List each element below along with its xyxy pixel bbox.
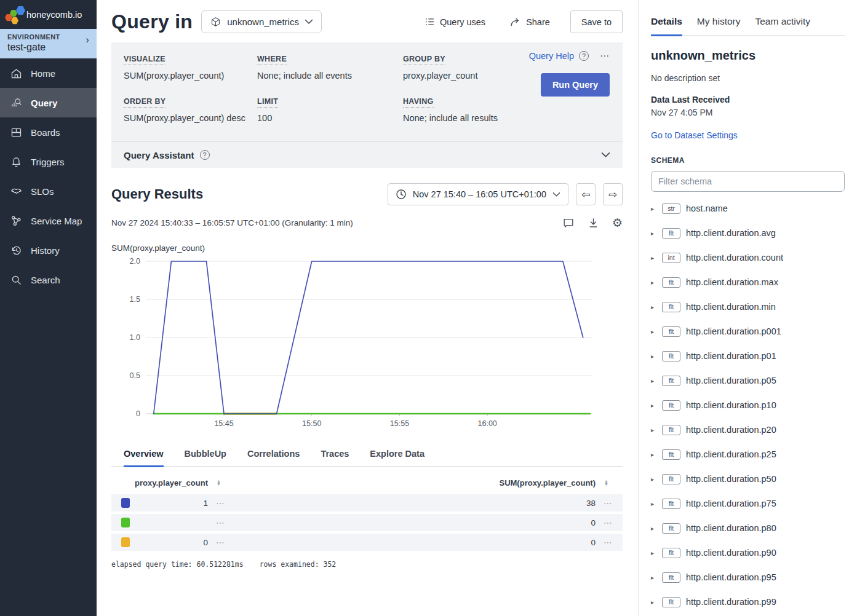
expander-triangle-icon[interactable]: ▸ <box>651 328 656 335</box>
sidebar-item-history[interactable]: History <box>0 235 97 265</box>
schema-row[interactable]: ▸inthttp.client.duration.count <box>651 245 845 270</box>
expander-triangle-icon[interactable]: ▸ <box>651 550 656 556</box>
having-value[interactable]: None; include all results <box>403 113 575 123</box>
field-type-badge: flt <box>662 597 680 607</box>
where-label[interactable]: WHERE <box>257 55 287 65</box>
sidebar-item-service-map[interactable]: Service Map <box>0 206 97 235</box>
sidebar-item-home[interactable]: Home <box>0 58 97 88</box>
schema-row[interactable]: ▸flthttp.client.duration.min <box>651 294 845 319</box>
dataset-dropdown[interactable]: unknown_metrics <box>201 10 322 33</box>
expander-triangle-icon[interactable]: ▸ <box>651 402 656 409</box>
page-title: Query in <box>111 10 193 33</box>
environment-switcher[interactable]: ENVIRONMENT test-gate › <box>0 29 97 58</box>
schema-row[interactable]: ▸flthttp.client.duration.p20 <box>651 417 845 442</box>
schema-row[interactable]: ▸flthttp.client.duration.p25 <box>651 442 845 467</box>
sidebar-item-boards[interactable]: Boards <box>0 117 97 147</box>
expander-triangle-icon[interactable]: ▸ <box>651 574 656 581</box>
visualize-label[interactable]: VISUALIZE <box>124 55 165 65</box>
sidebar-item-query[interactable]: Query <box>0 88 97 117</box>
sort-icon[interactable]: ▲▼ <box>208 480 235 486</box>
schema-row[interactable]: ▸flthttp.client.duration.max <box>651 270 845 294</box>
tab-correlations[interactable]: Correlations <box>247 443 300 467</box>
chart-settings-button[interactable]: ⚙ <box>612 217 623 229</box>
expander-triangle-icon[interactable]: ▸ <box>651 353 656 360</box>
query-uses-button[interactable]: Query uses <box>421 16 489 28</box>
limit-value[interactable]: 100 <box>257 113 403 123</box>
schema-row[interactable]: ▸flthttp.client.duration.p01 <box>651 344 845 368</box>
schema-row[interactable]: ▸flthttp.client.duration.p50 <box>651 467 845 491</box>
column-header-sum[interactable]: SUM(proxy.player_count) <box>235 478 596 488</box>
time-range-picker[interactable]: Nov 27 15:40 – 16:05 UTC+01:00 <box>388 183 568 205</box>
schema-row[interactable]: ▸flthttp.client.duration.p90 <box>651 540 845 565</box>
query-assistant-bar[interactable]: Query Assistant ? <box>111 141 623 168</box>
builder-field-where: WHERE None; include all events <box>257 53 403 81</box>
tab-team-activity[interactable]: Team activity <box>755 16 810 36</box>
builder-overflow-menu-icon[interactable]: ⋯ <box>600 50 610 61</box>
row-menu-icon[interactable]: ⋯ <box>596 518 623 527</box>
schema-row[interactable]: ▸flthttp.client.duration.p05 <box>651 368 845 393</box>
comment-button[interactable] <box>562 217 575 229</box>
schema-row[interactable]: ▸flthttp.client.duration.p001 <box>651 319 845 344</box>
schema-row[interactable]: ▸flthttp.client.duration.p75 <box>651 491 845 516</box>
chevron-down-icon[interactable] <box>601 149 610 160</box>
tab-traces[interactable]: Traces <box>321 443 349 467</box>
group-by-label[interactable]: GROUP BY <box>403 55 445 65</box>
schema-filter-input[interactable] <box>651 171 845 192</box>
expander-triangle-icon[interactable]: ▸ <box>651 205 656 212</box>
order-by-label[interactable]: ORDER BY <box>124 97 165 108</box>
expander-triangle-icon[interactable]: ▸ <box>651 255 656 261</box>
download-button[interactable] <box>588 217 599 229</box>
expander-triangle-icon[interactable]: ▸ <box>651 304 656 310</box>
expander-triangle-icon[interactable]: ▸ <box>651 451 656 458</box>
schema-row[interactable]: ▸flthttp.client.duration.avg <box>651 221 845 245</box>
schema-row[interactable]: ▸flthttp.client.duration.p99 <box>651 590 845 614</box>
question-circle-icon[interactable]: ? <box>579 51 589 61</box>
field-type-badge: flt <box>662 376 680 386</box>
having-label[interactable]: HAVING <box>403 97 434 108</box>
schema-row[interactable]: ▸flthttp.client.duration.p10 <box>651 393 845 417</box>
tab-my-history[interactable]: My history <box>697 16 741 36</box>
expander-triangle-icon[interactable]: ▸ <box>651 377 656 384</box>
run-query-button[interactable]: Run Query <box>541 73 610 97</box>
query-help-link[interactable]: Query Help <box>529 51 574 61</box>
expander-triangle-icon[interactable]: ▸ <box>651 500 656 507</box>
schema-row[interactable]: ▸flthttp.client.duration.p80 <box>651 516 845 540</box>
table-row[interactable]: 0 ⋯ 0 ⋯ <box>111 534 623 551</box>
dataset-settings-link[interactable]: Go to Dataset Settings <box>651 130 738 140</box>
column-header-player-count[interactable]: proxy.player_count <box>121 478 208 488</box>
expander-triangle-icon[interactable]: ▸ <box>651 476 656 483</box>
table-row[interactable]: ⋯ 0 ⋯ <box>111 514 623 531</box>
expander-triangle-icon[interactable]: ▸ <box>651 599 656 606</box>
schema-field-name: http.client.duration.p10 <box>686 400 776 410</box>
row-menu-icon[interactable]: ⋯ <box>596 498 623 508</box>
row-menu-icon[interactable]: ⋯ <box>208 537 235 547</box>
time-back-button[interactable]: ⇦ <box>576 183 596 205</box>
visualize-value[interactable]: SUM(proxy.player_count) <box>124 71 257 81</box>
row-menu-icon[interactable]: ⋯ <box>596 537 623 547</box>
expander-triangle-icon[interactable]: ▸ <box>651 427 656 433</box>
order-by-value[interactable]: SUM(proxy.player_count) desc <box>124 113 257 123</box>
share-button[interactable]: Share <box>506 16 554 28</box>
y-axis-tick-label: 1.5 <box>130 295 140 304</box>
where-value[interactable]: None; include all events <box>257 71 403 81</box>
row-menu-icon[interactable]: ⋯ <box>208 498 235 508</box>
time-forward-button[interactable]: ⇨ <box>603 183 623 205</box>
tab-explore-data[interactable]: Explore Data <box>370 443 425 467</box>
expander-triangle-icon[interactable]: ▸ <box>651 279 656 286</box>
expander-triangle-icon[interactable]: ▸ <box>651 525 656 532</box>
limit-label[interactable]: LIMIT <box>257 97 278 108</box>
tab-overview[interactable]: Overview <box>124 443 164 467</box>
sidebar-item-triggers[interactable]: Triggers <box>0 147 97 176</box>
save-to-button[interactable]: Save to <box>570 10 623 33</box>
sidebar-item-slos[interactable]: SLOs <box>0 176 97 206</box>
tab-details[interactable]: Details <box>651 16 682 36</box>
sort-icon[interactable]: ▲▼ <box>596 480 623 486</box>
schema-row[interactable]: ▸flthttp.client.duration.p95 <box>651 565 845 590</box>
results-chart[interactable]: 00.51.01.52.015:4515:5015:5516:00 <box>111 255 623 433</box>
tab-bubbleup[interactable]: BubbleUp <box>185 443 226 467</box>
sidebar-item-search[interactable]: Search <box>0 265 97 294</box>
schema-row[interactable]: ▸strhost.name <box>651 196 845 221</box>
expander-triangle-icon[interactable]: ▸ <box>651 230 656 237</box>
table-row[interactable]: 1 ⋯ 38 ⋯ <box>111 494 623 511</box>
row-menu-icon[interactable]: ⋯ <box>208 518 235 527</box>
